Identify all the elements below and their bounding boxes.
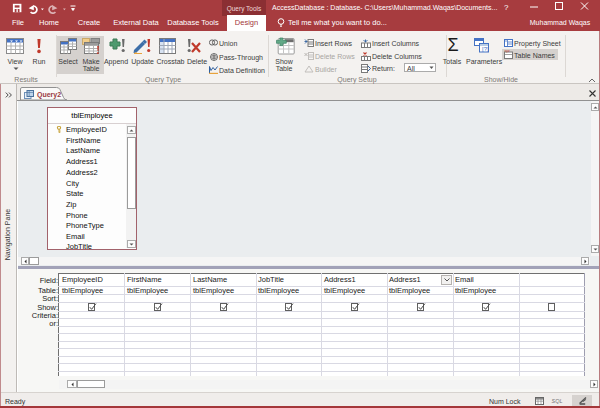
svg-text:xyz: xyz xyxy=(505,50,511,53)
svg-text:[?]: [?] xyxy=(482,46,489,52)
